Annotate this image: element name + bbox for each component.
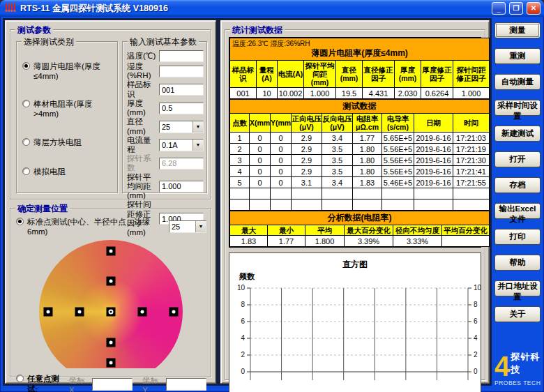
radio-standard-points[interactable]: 标准点测试(中心、半径中点、边缘6mm) bbox=[16, 217, 166, 236]
cell bbox=[382, 199, 414, 211]
cell: 1.83 bbox=[353, 177, 382, 188]
radio-test-category-1[interactable]: 棒材电阻率(厚度>4mm) bbox=[22, 99, 114, 118]
wafer-point-center bbox=[106, 308, 115, 317]
column-header: 厚度(mm) bbox=[395, 61, 421, 88]
histogram-chart: 00224466881010 bbox=[229, 281, 489, 392]
field-select-4[interactable]: 25 bbox=[159, 121, 204, 133]
right-panel: 统计测试数据 温度:26.3℃ 湿度:36%RH薄圆片电阻率(厚度≤4mm)样品… bbox=[220, 20, 490, 384]
cell: 1.80 bbox=[353, 166, 382, 177]
cell: 2.030 bbox=[395, 88, 421, 99]
field-input-1[interactable] bbox=[159, 66, 204, 77]
cell: 3.4 bbox=[322, 133, 353, 144]
cell bbox=[414, 188, 453, 199]
radio-dot[interactable] bbox=[22, 100, 30, 107]
dropdown-arrow-icon[interactable] bbox=[192, 140, 203, 151]
field-input-7[interactable] bbox=[159, 181, 204, 193]
cell: 4.431 bbox=[363, 88, 395, 99]
svg-text:8: 8 bbox=[474, 301, 478, 308]
radio-arbitrary-points[interactable]: 任意点测试: bbox=[16, 374, 65, 392]
column-header: 电阻率μΩ.cm bbox=[353, 114, 382, 133]
coord-x-input[interactable] bbox=[92, 378, 133, 391]
help-button[interactable]: 帮助 bbox=[494, 255, 541, 271]
column-header: 直径修正因子 bbox=[363, 61, 395, 88]
env-readout: 温度:26.3℃ 湿度:36%RH bbox=[232, 39, 310, 49]
left-panel: 测试参数 选择测试类别 薄圆片电阻率(厚度≤4mm)棒材电阻率(厚度>4mm)薄… bbox=[5, 20, 216, 384]
field-input-2[interactable] bbox=[159, 84, 204, 96]
cell: 2.9 bbox=[292, 155, 322, 166]
cell: 5.65E+5 bbox=[382, 133, 414, 144]
cell: 0 bbox=[250, 155, 271, 166]
field-label: 电流量程 bbox=[127, 136, 157, 154]
logo-brand-text: 探针科技 bbox=[511, 351, 541, 377]
column-header: 正向电压(μV) bbox=[292, 114, 322, 133]
close-button[interactable]: ✕ bbox=[527, 2, 541, 15]
sampling-time-settings-button[interactable]: 采样时间设置 bbox=[494, 100, 541, 116]
cell bbox=[322, 199, 353, 211]
dropdown-arrow-icon[interactable] bbox=[195, 221, 206, 232]
cell: 1.000 bbox=[304, 88, 336, 99]
restore-button[interactable]: ❐ bbox=[509, 2, 523, 15]
group-title: 输入测试基本参数 bbox=[128, 36, 199, 48]
cell: 5.46E+5 bbox=[382, 177, 414, 188]
cell bbox=[271, 188, 292, 199]
column-header: 电导率(s/cm) bbox=[382, 114, 414, 133]
field-input-3[interactable] bbox=[159, 103, 204, 114]
wafer-point bbox=[43, 308, 52, 317]
parallel-port-settings-button[interactable]: 并口地址设置 bbox=[494, 280, 541, 296]
cell: 1.000 bbox=[453, 88, 490, 99]
cell: 1.80 bbox=[353, 155, 382, 166]
radio-test-category-0[interactable]: 薄圆片电阻率(厚度≤4mm) bbox=[22, 61, 114, 80]
param-field-4: 直径(mm)25 bbox=[127, 117, 204, 135]
cell: 1.80 bbox=[353, 144, 382, 155]
auto-measure-button[interactable]: 自动测量 bbox=[494, 74, 541, 90]
standard-diameter-select[interactable]: 25 bbox=[169, 220, 206, 233]
dropdown-arrow-icon[interactable] bbox=[192, 121, 203, 133]
cell bbox=[250, 188, 271, 199]
column-header: 量程(A) bbox=[257, 61, 278, 88]
field-select-5[interactable]: 0.1A bbox=[159, 139, 204, 151]
radio-test-category-3[interactable]: 模拟电阻 bbox=[22, 167, 114, 177]
radio-dot[interactable] bbox=[22, 138, 30, 146]
print-button[interactable]: 打印 bbox=[494, 229, 541, 245]
radio-label: 棒材电阻率(厚度>4mm) bbox=[33, 99, 114, 118]
sample-table: 温度:26.3℃ 湿度:36%RH薄圆片电阻率(厚度≤4mm)样品标识量程(A)… bbox=[229, 38, 490, 99]
field-input-6 bbox=[159, 158, 204, 169]
radio-dot[interactable] bbox=[22, 167, 30, 175]
remeasure-button[interactable]: 重测 bbox=[494, 48, 541, 64]
cell: 2 bbox=[230, 144, 250, 155]
selected-value: 25 bbox=[169, 221, 195, 232]
group-title: 选择测试类别 bbox=[22, 36, 76, 48]
radio-dot[interactable] bbox=[22, 62, 30, 70]
open-button[interactable]: 打开 bbox=[494, 151, 541, 167]
param-field-1: 湿度(%RH) bbox=[127, 62, 204, 80]
wafer-point bbox=[106, 359, 115, 368]
cell: 17:21:19 bbox=[453, 144, 490, 155]
field-input-0[interactable] bbox=[159, 50, 204, 62]
column-header: 日期 bbox=[414, 114, 453, 133]
radio-test-category-2[interactable]: 薄层方块电阻 bbox=[22, 137, 114, 148]
column-header: 最大 bbox=[230, 225, 268, 236]
cell: 19.5 bbox=[336, 88, 363, 99]
selected-value: 0.1A bbox=[160, 140, 192, 151]
cell: 2019-6-16 bbox=[414, 155, 453, 166]
cell: 10 bbox=[257, 88, 278, 99]
minimize-button[interactable]: _ bbox=[492, 2, 506, 15]
radio-dot[interactable] bbox=[16, 218, 24, 225]
radio-dot[interactable] bbox=[16, 375, 24, 382]
wafer-point bbox=[106, 277, 115, 286]
coord-y-label: 坐标Y bbox=[142, 375, 162, 392]
coord-y-input[interactable] bbox=[166, 378, 206, 391]
cell: 0 bbox=[250, 177, 271, 188]
archive-button[interactable]: 存档 bbox=[494, 177, 541, 193]
radio-label: 模拟电阻 bbox=[33, 167, 66, 177]
measure-button[interactable]: 测量 bbox=[494, 22, 541, 38]
cell: 0 bbox=[250, 133, 271, 144]
about-button[interactable]: 关于 bbox=[494, 306, 541, 322]
section-band: 分析数据(电阻率) bbox=[230, 211, 490, 225]
new-test-button[interactable]: 新建测试 bbox=[494, 126, 541, 142]
coord-x-label: 坐标X bbox=[69, 375, 89, 392]
column-header: 平均 bbox=[305, 225, 345, 236]
logo-numeral: 4 bbox=[494, 356, 510, 377]
export-excel-button[interactable]: 输出Excel文件 bbox=[494, 203, 541, 219]
cell bbox=[292, 188, 322, 199]
